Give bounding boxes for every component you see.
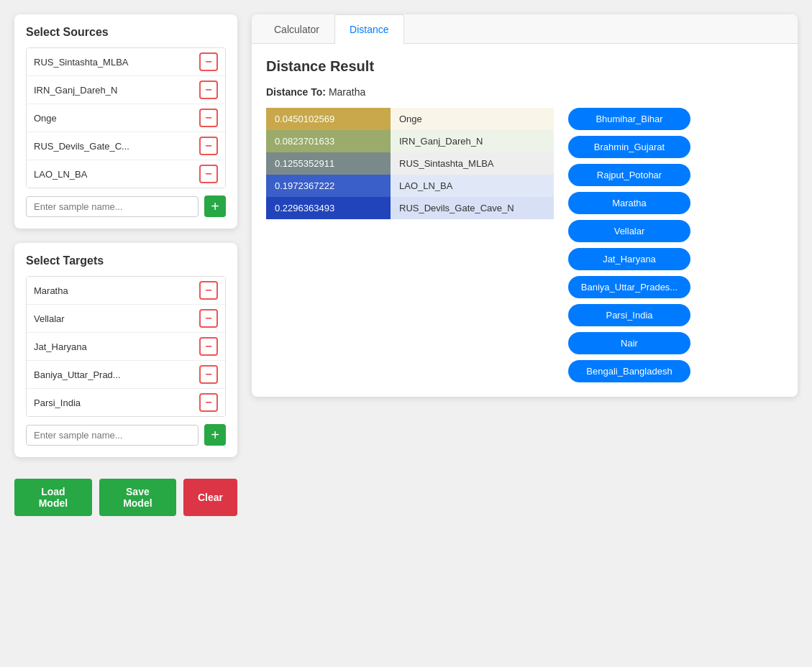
distance-value: 0.0450102569 [266, 108, 391, 130]
distance-value: 0.0823701633 [266, 130, 391, 152]
targets-add-button[interactable]: + [204, 424, 226, 446]
distance-to-label: Distance To: [266, 86, 326, 98]
targets-list: Maratha −Vellalar −Jat_Haryana −Baniya_U… [26, 276, 226, 417]
list-item-label: RUS_Sintashta_MLBA [34, 57, 129, 68]
sources-card: Select Sources RUS_Sintashta_MLBA −IRN_G… [14, 14, 237, 229]
distance-value: 0.1255352911 [266, 152, 391, 175]
population-label: RUS_Sintashta_MLBA [391, 152, 554, 175]
distance-value: 0.2296363493 [266, 197, 391, 219]
list-item-label: Jat_Haryana [34, 341, 87, 352]
remove-button[interactable]: − [199, 281, 218, 300]
list-item: LAO_LN_BA − [27, 160, 225, 188]
tabs: Calculator Distance [252, 14, 798, 44]
list-item-label: Onge [34, 113, 57, 124]
remove-button[interactable]: − [199, 165, 218, 183]
remove-button[interactable]: − [199, 309, 218, 328]
list-item: Onge − [27, 104, 225, 132]
remove-button[interactable]: − [199, 52, 218, 71]
list-item-label: Vellalar [34, 313, 65, 324]
target-population-button[interactable]: Nair [568, 332, 690, 354]
target-population-button[interactable]: Parsi_India [568, 304, 690, 326]
result-table: 0.0450102569 Onge0.0823701633 IRN_Ganj_D… [266, 108, 554, 219]
list-item: RUS_Sintashta_MLBA − [27, 48, 225, 76]
list-item-label: RUS_Devils_Gate_C... [34, 141, 129, 152]
list-item: Baniya_Uttar_Prad... − [27, 361, 225, 389]
remove-button[interactable]: − [199, 109, 218, 127]
load-model-button[interactable]: Load Model [14, 479, 92, 516]
remove-button[interactable]: − [199, 80, 218, 99]
save-model-button[interactable]: Save Model [99, 479, 176, 516]
bottom-buttons: Load Model Save Model Clear [14, 479, 237, 516]
sources-add-row: + [26, 196, 226, 217]
remove-button[interactable]: − [199, 365, 218, 384]
population-label: Onge [391, 108, 554, 130]
target-population-button[interactable]: Rajput_Potohar [568, 164, 690, 186]
remove-button[interactable]: − [199, 393, 218, 412]
distance-to-value: Maratha [329, 86, 365, 98]
list-item-label: Parsi_India [34, 397, 81, 408]
tab-content: Distance Result Distance To: Maratha 0.0… [252, 44, 798, 397]
targets-input[interactable] [26, 425, 199, 446]
target-population-button[interactable]: Bengali_Bangladesh [568, 360, 690, 382]
targets-add-row: + [26, 424, 226, 446]
distance-to: Distance To: Maratha [266, 86, 783, 98]
list-item: RUS_Devils_Gate_C... − [27, 132, 225, 160]
table-row: 0.1972367222 LAO_LN_BA [266, 175, 554, 197]
table-row: 0.0450102569 Onge [266, 108, 554, 130]
table-row: 0.0823701633 IRN_Ganj_Dareh_N [266, 130, 554, 152]
tab-calculator[interactable]: Calculator [259, 14, 334, 44]
target-population-button[interactable]: Vellalar [568, 220, 690, 242]
remove-button[interactable]: − [199, 137, 218, 155]
target-population-button[interactable]: Baniya_Uttar_Prades... [568, 276, 690, 298]
list-item: Vellalar − [27, 305, 225, 333]
right-panel: Calculator Distance Distance Result Dist… [252, 14, 798, 397]
target-population-button[interactable]: Jat_Haryana [568, 248, 690, 270]
population-label: RUS_Devils_Gate_Cave_N [391, 197, 554, 219]
table-row: 0.2296363493 RUS_Devils_Gate_Cave_N [266, 197, 554, 219]
list-item-label: IRN_Ganj_Dareh_N [34, 85, 117, 96]
targets-card: Select Targets Maratha −Vellalar −Jat_Ha… [14, 243, 237, 457]
remove-button[interactable]: − [199, 337, 218, 356]
list-item-label: Maratha [34, 285, 68, 296]
result-layout: 0.0450102569 Onge0.0823701633 IRN_Ganj_D… [266, 108, 783, 382]
population-label: LAO_LN_BA [391, 175, 554, 197]
result-title: Distance Result [266, 58, 783, 75]
tab-distance[interactable]: Distance [334, 14, 403, 44]
target-population-button[interactable]: Brahmin_Gujarat [568, 136, 690, 158]
list-item-label: LAO_LN_BA [34, 169, 87, 180]
distance-value: 0.1972367222 [266, 175, 391, 197]
target-buttons: Bhumihar_BiharBrahmin_GujaratRajput_Poto… [568, 108, 690, 382]
population-label: IRN_Ganj_Dareh_N [391, 130, 554, 152]
list-item-label: Baniya_Uttar_Prad... [34, 369, 121, 380]
target-population-button[interactable]: Maratha [568, 192, 690, 214]
sources-input[interactable] [26, 196, 199, 217]
sources-title: Select Sources [26, 26, 226, 39]
table-row: 0.1255352911 RUS_Sintashta_MLBA [266, 152, 554, 175]
list-item: Jat_Haryana − [27, 333, 225, 361]
clear-button[interactable]: Clear [183, 479, 237, 516]
target-population-button[interactable]: Bhumihar_Bihar [568, 108, 690, 130]
sources-list: RUS_Sintashta_MLBA −IRN_Ganj_Dareh_N −On… [26, 47, 226, 188]
targets-title: Select Targets [26, 254, 226, 267]
list-item: Maratha − [27, 277, 225, 305]
list-item: IRN_Ganj_Dareh_N − [27, 76, 225, 104]
list-item: Parsi_India − [27, 389, 225, 416]
sources-add-button[interactable]: + [204, 196, 226, 217]
